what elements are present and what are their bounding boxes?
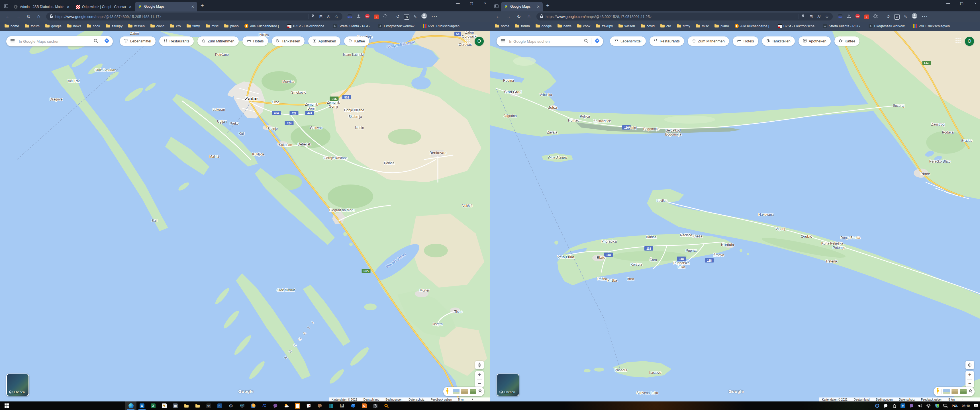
- menu-dots-icon[interactable]: ···: [922, 14, 928, 19]
- taskbar-icon-planet[interactable]: [248, 402, 259, 410]
- bookmark-item[interactable]: Alle Küchenherde |...: [735, 24, 772, 29]
- minimize-button[interactable]: —: [455, 1, 461, 5]
- adblock-plus-icon[interactable]: ABP: [855, 14, 860, 20]
- start-button[interactable]: [5, 404, 9, 409]
- bookmark-item[interactable]: home: [5, 24, 19, 29]
- chip-lebensmittel[interactable]: Lebensmittel: [120, 37, 156, 46]
- tray-icon-netmon[interactable]: [943, 404, 948, 408]
- location-pin-icon[interactable]: [801, 14, 805, 19]
- bookmark-item[interactable]: cook: [87, 24, 100, 29]
- bookmark-item[interactable]: home: [495, 24, 509, 29]
- tray-icon-outlook-s[interactable]: o: [900, 404, 905, 408]
- browser-tab[interactable]: Google Maps✕: [135, 2, 197, 11]
- browser-tab[interactable]: Google Maps✕: [501, 2, 543, 11]
- new-tab-button[interactable]: +: [546, 3, 550, 9]
- read-aloud-icon[interactable]: A⁾: [817, 14, 821, 19]
- pegman-icon[interactable]: [936, 388, 940, 395]
- address-bar[interactable]: https://www.google.com/maps/@43.0021528,…: [536, 13, 833, 21]
- chip-tankstellen[interactable]: Tankstellen: [272, 37, 305, 46]
- bookmark-item[interactable]: wissen: [128, 24, 145, 29]
- taskbar-icon-weather[interactable]: [281, 402, 292, 410]
- link-extension-icon[interactable]: link: [838, 14, 842, 19]
- google-apps-grid-icon[interactable]: [955, 38, 961, 44]
- home-button[interactable]: ⌂: [34, 14, 43, 19]
- address-bar[interactable]: https://www.google.com/maps/@43.9374809,…: [46, 13, 342, 21]
- browser-tab[interactable]: Admin - JSB Diabolos. Match, Fie✕: [11, 2, 73, 11]
- chip-zum mitnehmen[interactable]: Zum Mitnehmen: [688, 37, 729, 46]
- chip-hotels[interactable]: Hotels: [242, 37, 268, 46]
- zoom-in-button[interactable]: +: [968, 372, 972, 378]
- zoom-out-button[interactable]: −: [968, 381, 972, 387]
- taskbar-icon-clock[interactable]: [370, 402, 381, 410]
- notification-center-icon[interactable]: [974, 404, 978, 408]
- bookmark-item[interactable]: Strefa Klienta - PGG...: [823, 24, 862, 29]
- taskbar-icon-teal[interactable]: [325, 402, 336, 410]
- chip-apotheken[interactable]: Apotheken: [799, 37, 831, 46]
- bookmark-item[interactable]: PVC Rückschlagven...: [913, 24, 953, 29]
- clock[interactable]: 06:40: [962, 404, 970, 407]
- menu-dots-icon[interactable]: ···: [431, 14, 438, 19]
- attribution-link[interactable]: Deutschland: [854, 398, 870, 401]
- search-icon[interactable]: [584, 38, 589, 44]
- attribution-link[interactable]: Feedback geben: [921, 398, 942, 401]
- red-downloader-icon[interactable]: ↓: [864, 14, 869, 19]
- notes-extension-icon[interactable]: ✎: [904, 14, 907, 19]
- bookmark-item[interactable]: cro: [660, 24, 671, 29]
- chip-tankstellen[interactable]: Tankstellen: [762, 37, 795, 46]
- zoom-in-button[interactable]: +: [478, 372, 481, 378]
- bookmark-item[interactable]: PVC Rückschlagven...: [423, 24, 462, 29]
- maximize-button[interactable]: ▢: [468, 1, 475, 5]
- location-pin-icon[interactable]: [311, 14, 315, 19]
- bookmark-item[interactable]: Ekogroszek workow...: [378, 24, 417, 29]
- tray-icon-ring[interactable]: [875, 404, 880, 408]
- tray-icon-brightness[interactable]: [926, 404, 931, 408]
- streetview-thumbnail[interactable]: [470, 389, 476, 394]
- bookmark-item[interactable]: wissen: [619, 24, 635, 29]
- taskbar-icon-viber[interactable]: [270, 402, 281, 410]
- taskbar-icon-edge[interactable]: [125, 402, 137, 410]
- account-avatar[interactable]: O: [965, 37, 974, 46]
- extensions-puzzle-icon[interactable]: [873, 14, 878, 19]
- chip-hotels[interactable]: Hotels: [733, 37, 758, 46]
- bookmark-item[interactable]: forum: [515, 24, 530, 29]
- red-downloader-icon[interactable]: ↓: [374, 14, 379, 19]
- taskbar-icon-fc[interactable]: fC: [259, 402, 270, 410]
- sqrt-extension-icon[interactable]: √x: [404, 14, 409, 20]
- tray-icon-defender[interactable]: [935, 404, 940, 408]
- link-extension-icon[interactable]: link: [348, 14, 352, 19]
- back-button[interactable]: ←: [494, 14, 503, 19]
- reload-button[interactable]: ↻: [514, 14, 523, 20]
- taskbar-icon-monitor[interactable]: [237, 402, 248, 410]
- extensions-puzzle-icon[interactable]: [383, 14, 387, 19]
- attribution-link[interactable]: Datenschutz: [899, 398, 915, 401]
- taskbar-icon-vlc[interactable]: [292, 402, 303, 410]
- collapse-chevron-icon[interactable]: [968, 389, 972, 394]
- map-canvas-right[interactable]: 116118118118118E65RudinaStari GradVrbosk…: [490, 31, 980, 402]
- notes-extension-icon[interactable]: ✎: [414, 14, 417, 19]
- bookmark-item[interactable]: BZSt - Elektronische...: [288, 24, 327, 29]
- tray-icon-volume[interactable]: [918, 404, 923, 408]
- grid-add-icon[interactable]: ⊞: [810, 14, 813, 19]
- bookmark-item[interactable]: Alle Küchenherde |...: [245, 24, 282, 29]
- layers-button[interactable]: Ebenen: [6, 373, 29, 396]
- bookmark-item[interactable]: misc: [696, 24, 709, 29]
- google-apps-grid-icon[interactable]: [465, 38, 471, 44]
- directions-icon[interactable]: [594, 38, 600, 45]
- taskbar-icon-folder[interactable]: [192, 402, 203, 410]
- hamburger-menu-icon[interactable]: [10, 39, 15, 44]
- bookmark-item[interactable]: piano: [714, 24, 729, 29]
- forward-button[interactable]: →: [14, 14, 23, 19]
- chip-restaurants[interactable]: Restaurants: [649, 37, 684, 46]
- layers-button[interactable]: Ebenen: [496, 373, 519, 396]
- bookmark-item[interactable]: firmy: [186, 24, 200, 29]
- collapse-chevron-icon[interactable]: [478, 389, 482, 394]
- sqrt-extension-icon[interactable]: √x: [894, 14, 900, 20]
- pegman-icon[interactable]: [445, 388, 449, 395]
- home-button[interactable]: ⌂: [525, 14, 534, 19]
- sidebar-panel-icon[interactable]: [4, 4, 8, 8]
- maps-search-box[interactable]: [6, 36, 113, 46]
- streetview-thumbnail[interactable]: [453, 389, 460, 394]
- map-canvas-left[interactable]: 42442242442450254E65E65ZadarPetrčaneZato…: [0, 31, 490, 402]
- tab-close-icon[interactable]: ✕: [66, 5, 70, 9]
- back-button[interactable]: ←: [3, 14, 13, 19]
